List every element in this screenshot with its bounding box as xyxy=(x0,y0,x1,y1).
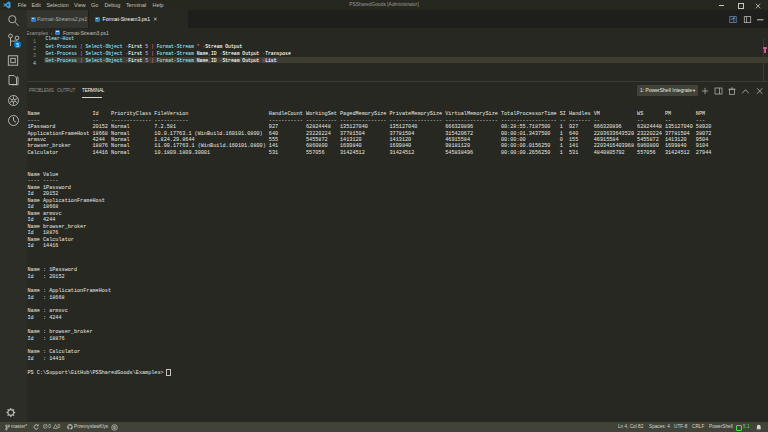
svg-text:5: 5 xyxy=(16,42,19,48)
